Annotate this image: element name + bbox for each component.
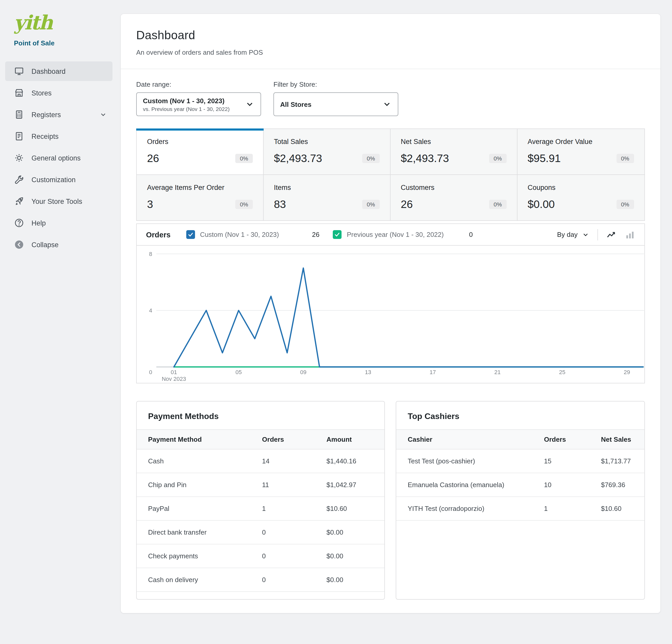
store-filter-select[interactable]: All Stores <box>274 92 398 116</box>
sidebar-item-customization[interactable]: Customization <box>5 170 112 189</box>
app-root: yith Point of Sale Dashboard Stores <box>0 0 672 644</box>
sidebar-item-stores[interactable]: Stores <box>5 83 112 103</box>
table-row: Cash 14 $1,440.16 <box>137 449 385 473</box>
column-header: Orders <box>533 430 590 449</box>
svg-text:21: 21 <box>494 369 501 375</box>
change-badge: 0% <box>362 154 380 163</box>
sidebar-item-label: Collapse <box>32 241 59 249</box>
svg-text:Nov 2023: Nov 2023 <box>162 376 186 382</box>
collapse-icon <box>14 239 24 250</box>
column-header: Orders <box>251 430 315 449</box>
amount-cell: $10.60 <box>315 497 385 521</box>
net-sales-cell: $769.36 <box>590 473 644 497</box>
stat-coupons[interactable]: Coupons $0.000% <box>517 175 644 220</box>
sidebar-item-label: Receipts <box>32 132 59 140</box>
sidebar-item-label: Your Store Tools <box>32 198 82 205</box>
table-row: Chip and Pin 11 $1,042.97 <box>137 473 385 497</box>
store-icon <box>14 88 24 98</box>
table-row: Direct bank transfer 0 $0.00 <box>137 521 385 544</box>
chart-header: Orders Custom (Nov 1 - 30, 2023) 26 Prev… <box>137 224 644 246</box>
sidebar-item-help[interactable]: Help <box>5 213 112 233</box>
previous-year-series-label: Previous year (Nov 1 - 30, 2022) <box>347 231 444 238</box>
store-filter-label: Filter by Store: <box>274 81 398 88</box>
stat-average-items-per-order[interactable]: Average Items Per Order 30% <box>137 175 264 220</box>
table-header-row: Payment Method Orders Amount <box>137 430 385 449</box>
stat-orders[interactable]: Orders 260% <box>137 129 264 175</box>
stat-items[interactable]: Items 830% <box>264 175 391 220</box>
page-title: Dashboard <box>136 28 645 42</box>
table-row: YITH Test (corradoporzio) 1 $10.60 <box>396 497 644 521</box>
orders-line-chart[interactable]: 0480105091317212529Nov 2023 <box>137 246 644 383</box>
orders-cell: 0 <box>251 521 315 544</box>
stat-value: 26 <box>401 198 413 211</box>
column-header: Net Sales <box>590 430 644 449</box>
orders-cell: 10 <box>533 473 590 497</box>
sidebar-item-your-store-tools[interactable]: Your Store Tools <box>5 191 112 211</box>
wrench-icon <box>14 175 24 185</box>
yith-logo: yith <box>14 12 115 33</box>
date-range-select[interactable]: Custom (Nov 1 - 30, 2023) vs. Previous y… <box>136 92 261 116</box>
net-sales-cell: $1,713.77 <box>590 449 644 473</box>
change-badge: 0% <box>362 200 380 209</box>
interval-select[interactable]: By day <box>557 231 589 238</box>
svg-text:01: 01 <box>171 369 177 375</box>
payment-method-cell: PayPal <box>137 497 251 521</box>
net-sales-cell: $10.60 <box>590 497 644 521</box>
top-cashiers-panel: Top Cashiers Cashier Orders Net Sales <box>396 401 645 600</box>
column-header: Amount <box>315 430 385 449</box>
page-header: Dashboard An overview of orders and sale… <box>121 14 660 69</box>
payment-method-cell: Chip and Pin <box>137 473 251 497</box>
date-range-value: Custom (Nov 1 - 30, 2023) <box>143 97 230 105</box>
orders-cell: 14 <box>251 449 315 473</box>
column-header: Payment Method <box>137 430 251 449</box>
payment-method-cell: Cash <box>137 449 251 473</box>
table-row: Emanuela Castorina (emanuela) 10 $769.36 <box>396 473 644 497</box>
previous-year-series-count: 0 <box>469 231 472 238</box>
top-cashiers-table: Cashier Orders Net Sales Test Test (pos-… <box>396 429 644 521</box>
svg-text:17: 17 <box>430 369 436 375</box>
sidebar-item-collapse[interactable]: Collapse <box>5 235 112 254</box>
stat-customers[interactable]: Customers 260% <box>391 175 517 220</box>
orders-cell: 11 <box>251 473 315 497</box>
stat-value: $2,493.73 <box>401 152 449 165</box>
svg-text:4: 4 <box>149 307 152 314</box>
svg-text:09: 09 <box>300 369 307 375</box>
store-filter-group: Filter by Store: All Stores <box>274 81 398 116</box>
table-row: Check payments 0 $0.00 <box>137 544 385 568</box>
sidebar-item-dashboard[interactable]: Dashboard <box>5 61 112 81</box>
sidebar-item-receipts[interactable]: Receipts <box>5 127 112 146</box>
sidebar-item-label: General options <box>32 154 81 162</box>
change-badge: 0% <box>489 154 506 163</box>
chart-title: Orders <box>146 230 170 239</box>
sidebar-item-registers[interactable]: Registers <box>5 105 112 124</box>
panel-title: Payment Methods <box>137 402 385 429</box>
chevron-down-icon[interactable] <box>99 110 107 119</box>
register-icon <box>14 109 24 120</box>
amount-cell: $0.00 <box>315 544 385 568</box>
date-range-compare: vs. Previous year (Nov 1 - 30, 2022) <box>143 106 230 112</box>
sidebar-item-label: Dashboard <box>32 67 65 75</box>
custom-series-checkbox[interactable] <box>186 230 195 239</box>
chart-canvas: 0480105091317212529Nov 2023 <box>137 246 644 383</box>
change-badge: 0% <box>616 154 634 163</box>
chevron-down-icon <box>382 99 392 109</box>
dashboard-card: Dashboard An overview of orders and sale… <box>121 14 660 613</box>
orders-cell: 0 <box>251 568 315 592</box>
svg-text:29: 29 <box>624 369 630 375</box>
orders-cell: 1 <box>251 497 315 521</box>
sidebar: yith Point of Sale Dashboard Stores <box>0 0 115 644</box>
stat-net-sales[interactable]: Net Sales $2,493.730% <box>391 129 517 175</box>
help-icon <box>14 218 24 228</box>
bar-chart-icon[interactable] <box>625 229 635 240</box>
stat-value: 83 <box>274 198 286 211</box>
brand-name: Point of Sale <box>14 39 115 47</box>
sidebar-item-general-options[interactable]: General options <box>5 148 112 168</box>
line-chart-icon[interactable] <box>606 229 616 240</box>
stat-average-order-value[interactable]: Average Order Value $95.910% <box>517 129 644 175</box>
svg-text:25: 25 <box>559 369 565 375</box>
previous-year-series-checkbox[interactable] <box>333 230 341 239</box>
panel-title: Top Cashiers <box>396 402 644 429</box>
filters-bar: Date range: Custom (Nov 1 - 30, 2023) vs… <box>121 69 660 116</box>
stat-total-sales[interactable]: Total Sales $2,493.730% <box>264 129 391 175</box>
payment-methods-panel: Payment Methods Payment Method Orders Am… <box>136 401 385 600</box>
